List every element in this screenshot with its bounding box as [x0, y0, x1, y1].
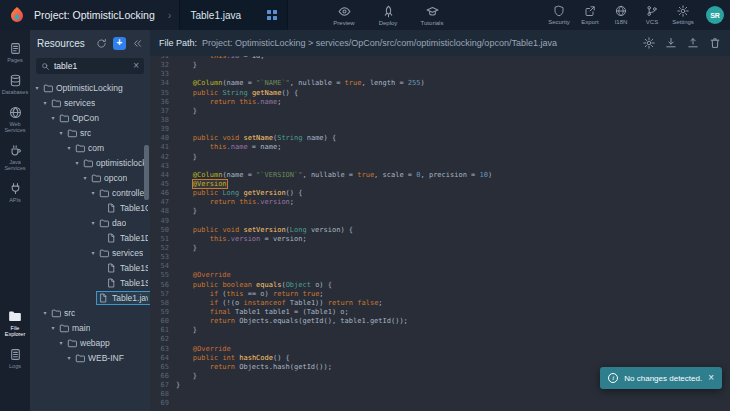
code-line-38[interactable]: 38 — [150, 116, 730, 125]
code-line-55[interactable]: 55 @Override — [150, 271, 730, 280]
tree-folder-controller[interactable]: ▾controller — [30, 185, 150, 200]
code-line-36[interactable]: 36 return this.name; — [150, 98, 730, 107]
i18n-button[interactable]: I18N — [609, 5, 633, 25]
refresh-icon[interactable] — [95, 37, 108, 50]
code-line-59[interactable]: 59 final Table1 table1 = (Table1) o; — [150, 308, 730, 317]
tree-folder-web-inf[interactable]: ▾WEB-INF — [30, 350, 150, 365]
tree-folder-opcon[interactable]: ▾OpCon — [30, 110, 150, 125]
code-line-63[interactable]: 63 @Override — [150, 345, 730, 354]
file-settings-icon[interactable] — [643, 37, 655, 49]
code-line-39[interactable]: 39 — [150, 125, 730, 134]
code-line-52[interactable]: 52 } — [150, 244, 730, 253]
rail-item-apis[interactable]: APIs — [0, 177, 30, 209]
chevron-down-icon[interactable]: ▾ — [89, 249, 97, 256]
chevron-down-icon[interactable]: ▾ — [65, 144, 73, 151]
export-button[interactable]: Export — [578, 5, 602, 25]
tree-folder-optimisticlocking[interactable]: ▾optimisticlocking — [30, 155, 150, 170]
resource-search-input[interactable] — [54, 61, 129, 71]
code-line-32[interactable]: 32 } — [150, 61, 730, 70]
code-editor[interactable]: 31 this.id = id;32 }3334 @Column(name = … — [150, 56, 730, 411]
user-avatar[interactable]: SR — [706, 6, 724, 24]
deploy-button[interactable]: Deploy — [376, 5, 400, 26]
chevron-down-icon[interactable]: ▾ — [41, 99, 49, 106]
tutorials-button[interactable]: Tutorials — [420, 5, 444, 26]
rail-item-web-services[interactable]: Web Services — [0, 101, 30, 139]
code-line-41[interactable]: 41 this.name = name; — [150, 143, 730, 152]
grid-icon[interactable] — [267, 10, 277, 20]
vcs-button[interactable]: VCS — [640, 5, 664, 25]
tree-file-table1-java[interactable]: Table1.java — [30, 290, 150, 305]
code-line-44[interactable]: 44 @Column(name = "`VERSION`", nullable … — [150, 171, 730, 180]
code-line-33[interactable]: 33 — [150, 70, 730, 79]
code-line-58[interactable]: 58 if (!(o instanceof Table1)) return fa… — [150, 299, 730, 308]
code-line-34[interactable]: 34 @Column(name = "`NAME`", nullable = t… — [150, 79, 730, 88]
tree-folder-src[interactable]: ▾src — [30, 125, 150, 140]
code-line-69[interactable]: 69 — [150, 399, 730, 408]
tab-table1-java[interactable]: Table1.java — [179, 0, 288, 30]
collapse-panel-icon[interactable] — [131, 37, 144, 50]
code-line-56[interactable]: 56 public boolean equals(Object o) { — [150, 281, 730, 290]
code-line-54[interactable]: 54 — [150, 262, 730, 271]
tree-folder-services[interactable]: ▾services — [30, 245, 150, 260]
chevron-down-icon[interactable]: ▾ — [49, 324, 57, 331]
tree-file-table1controller-java[interactable]: Table1Controller.java — [30, 200, 150, 215]
code-line-37[interactable]: 37 } — [150, 107, 730, 116]
rail-item-databases[interactable]: Databases — [0, 69, 30, 101]
chevron-down-icon[interactable]: ▾ — [33, 84, 41, 91]
tree-folder-dao[interactable]: ▾dao — [30, 215, 150, 230]
code-line-40[interactable]: 40 public void setName(String name) { — [150, 134, 730, 143]
save-icon[interactable] — [687, 37, 699, 49]
rail-item-pages[interactable]: Pages — [0, 37, 30, 69]
rail-item-java-services[interactable]: Java Services — [0, 139, 30, 177]
code-line-43[interactable]: 43 — [150, 162, 730, 171]
code-line-42[interactable]: 42 } — [150, 153, 730, 162]
tree-folder-com[interactable]: ▾com — [30, 140, 150, 155]
code-line-46[interactable]: 46 public Long getVersion() { — [150, 189, 730, 198]
tree-folder-opcon[interactable]: ▾opcon — [30, 170, 150, 185]
rail-item-logs[interactable]: Logs — [0, 343, 30, 375]
download-icon[interactable] — [665, 37, 677, 49]
tree-folder-main[interactable]: ▾main — [30, 320, 150, 335]
tree-folder-services[interactable]: ▾services — [30, 95, 150, 110]
clear-search-icon[interactable]: × — [133, 61, 139, 71]
tree-folder-src[interactable]: ▾src — [30, 305, 150, 320]
code-line-53[interactable]: 53 — [150, 253, 730, 262]
chevron-down-icon[interactable]: ▾ — [57, 129, 65, 136]
code-line-48[interactable]: 48 } — [150, 207, 730, 216]
code-line-35[interactable]: 35 public String getName() { — [150, 89, 730, 98]
chevron-down-icon[interactable]: ▾ — [41, 309, 49, 316]
tree-file-table1service-java[interactable]: Table1Service.java — [30, 260, 150, 275]
code-line-50[interactable]: 50 public void setVersion(Long version) … — [150, 226, 730, 235]
toast-close-button[interactable]: × — [708, 373, 714, 383]
chevron-down-icon[interactable]: ▾ — [57, 339, 65, 346]
chevron-down-icon[interactable]: ▾ — [65, 354, 73, 361]
tree-scrollbar-thumb[interactable] — [144, 145, 149, 200]
chevron-down-icon[interactable]: ▾ — [89, 189, 97, 196]
preview-button[interactable]: Preview — [332, 5, 356, 26]
code-line-57[interactable]: 57 if (this == o) return true; — [150, 290, 730, 299]
security-button[interactable]: Security — [547, 5, 571, 25]
rail-item-file-explorer[interactable]: File Explorer — [0, 305, 30, 343]
chevron-down-icon[interactable]: ▾ — [49, 114, 57, 121]
add-resource-button[interactable]: + — [113, 37, 126, 50]
app-logo-icon[interactable] — [8, 6, 26, 24]
code-line-62[interactable]: 62 — [150, 335, 730, 344]
code-line-49[interactable]: 49 — [150, 217, 730, 226]
code-line-45[interactable]: 45 @Version — [150, 180, 730, 189]
chevron-down-icon[interactable]: ▾ — [81, 174, 89, 181]
settings-button[interactable]: Settings — [671, 5, 695, 25]
code-line-51[interactable]: 51 this.version = version; — [150, 235, 730, 244]
code-line-60[interactable]: 60 return Objects.equals(getId(), table1… — [150, 317, 730, 326]
chevron-down-icon[interactable]: ▾ — [89, 219, 97, 226]
chevron-down-icon[interactable]: ▾ — [73, 159, 81, 166]
delete-icon[interactable] — [709, 37, 721, 49]
code-line-61[interactable]: 61 } — [150, 326, 730, 335]
code-line-68[interactable]: 68 — [150, 390, 730, 399]
tree-file-table1dao-java[interactable]: Table1Dao.java — [30, 230, 150, 245]
line-number: 35 — [150, 89, 176, 98]
code-line-64[interactable]: 64 public int hashCode() { — [150, 354, 730, 363]
tree-folder-optimisticlocking[interactable]: ▾OptimisticLocking — [30, 80, 150, 95]
code-line-47[interactable]: 47 return this.version; — [150, 198, 730, 207]
tree-file-table1serviceimpl-java[interactable]: Table1ServiceImpl.java — [30, 275, 150, 290]
tree-folder-webapp[interactable]: ▾webapp — [30, 335, 150, 350]
